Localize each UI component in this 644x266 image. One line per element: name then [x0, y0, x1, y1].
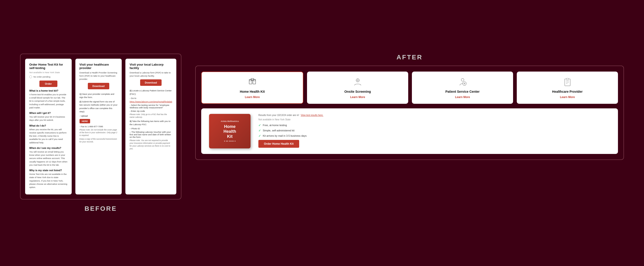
no-order-row: No order pending	[29, 75, 68, 78]
card3-step1b: - Select the testing service for "employ…	[130, 104, 172, 109]
section1-text: A home test kit enables you to provide a…	[29, 93, 68, 109]
section2-title: When will I get it?	[29, 112, 68, 114]
feature-3-text: Kit arrives by mail in 3-5 business days	[263, 134, 306, 137]
card3-step2b: – The following Labcorp Voucher with you…	[130, 131, 172, 138]
detail-info: Results from your 10/13/24 order are in!…	[258, 114, 612, 148]
before-border: Order Home Test Kit for self-testing Not…	[20, 54, 182, 200]
step1-row: 1) Have your provider complete and sign …	[80, 93, 118, 99]
check-icon-2: ✓	[258, 129, 261, 132]
note1-text: Please note: Do not include the cover pa…	[80, 129, 118, 137]
section4-title: When do I see my results?	[29, 146, 68, 149]
feature-1: ✓ Free, at-home testing	[258, 124, 612, 127]
main-container: Order Home Test Kit for self-testing Not…	[11, 44, 633, 222]
card3-step1: 2) Locate a Labcorp Patient Service Cent…	[130, 89, 172, 96]
feature-3: ✓ Kit arrives by mail in 3-5 business da…	[258, 134, 612, 137]
check-icon-3: ✓	[258, 134, 261, 137]
download-button-1[interactable]: Download	[88, 83, 109, 89]
no-order-icon	[29, 75, 32, 78]
section5-title: Why is my state not listed?	[29, 169, 68, 172]
card3-step1a: - Go to	[130, 97, 172, 99]
section4-text: You will receive an email letting you kn…	[29, 150, 68, 167]
healthcare-title: Healthcare Provider	[552, 90, 582, 94]
note2-text: Keep a copy of the successful transmissi…	[80, 138, 118, 143]
section2-text: You will receive your kit 3-5 business d…	[29, 115, 68, 122]
after-detail-panel: Arieta Wellmetrics HomeHealthKit ● ●● ●●…	[201, 108, 618, 154]
home-health-icon	[247, 77, 258, 88]
healthcare-link[interactable]: Learn More	[560, 96, 575, 99]
card3-step2-text: Take the following two items with you to…	[130, 120, 170, 126]
kit-box: Arieta Wellmetrics HomeHealthKit ● ●● ●●…	[209, 114, 250, 148]
section5-text: Home Test Kits are not available in the …	[29, 173, 68, 189]
card3-link[interactable]: https://www.labcorp.com/wps/portal/finda…	[130, 100, 172, 103]
card3-step2a: – Photo ID	[130, 127, 172, 130]
section1-title: What is a home test kit?	[29, 89, 68, 92]
patient-service-card[interactable]: Patient Service Center Learn More	[412, 72, 513, 104]
fax-text: - Fax to 1-866-877-7095	[80, 125, 118, 128]
visit-provider-card: Visit your healthcare provider Download …	[75, 59, 122, 195]
home-health-title: Home Health Kit	[240, 90, 264, 94]
feature-1-text: Free, at-home testing	[263, 124, 287, 127]
step1-text: Have your provider complete and sign the…	[80, 93, 114, 99]
visit-labcorp-card: Visit your local Labcorp facility Downlo…	[126, 59, 176, 195]
order-button[interactable]: Order	[40, 81, 58, 87]
state-note: Not available in New York State	[258, 118, 612, 121]
svg-rect-16	[566, 78, 568, 80]
upload-label: - Upload	[80, 115, 118, 117]
svg-point-8	[461, 78, 464, 81]
download-button-2[interactable]: Download	[140, 79, 162, 86]
step2-num: 2)	[80, 100, 81, 103]
svg-rect-12	[565, 79, 570, 86]
feature-2: ✓ Simple, self-administered kit	[258, 129, 612, 132]
card3-step1-text: Locate a Labcorp Patient Service Center …	[130, 89, 172, 95]
card1-title: Order Home Test Kit for self-testing	[29, 63, 68, 70]
onsite-icon	[352, 77, 363, 88]
card3-note1: Please note: Only go to a PSC that has t…	[130, 113, 172, 119]
onsite-link[interactable]: Learn More	[350, 96, 365, 99]
kit-box-title: HomeHealthKit	[223, 124, 236, 139]
home-health-link[interactable]: Learn More	[245, 96, 260, 99]
before-cards-row: Order Home Test Kit for self-testing Not…	[25, 59, 176, 195]
results-text: Results from your 10/13/24 order are in!	[258, 114, 299, 117]
section3-text: When you receive the kit, you will recei…	[29, 128, 68, 144]
feature-2-text: Simple, self-administered kit	[263, 129, 294, 132]
healthcare-provider-card[interactable]: Healthcare Provider Learn More	[517, 72, 618, 104]
card3-note2: Please note: You are not required to pro…	[130, 139, 172, 150]
kit-image-area: Arieta Wellmetrics HomeHealthKit ● ●● ●●…	[207, 114, 253, 148]
after-label: AFTER	[195, 54, 624, 61]
no-order-text: No order pending	[34, 75, 50, 78]
patient-title: Patient Service Center	[445, 90, 480, 94]
results-row: Results from your 10/13/24 order are in!…	[258, 114, 612, 117]
patient-link[interactable]: Learn More	[455, 96, 470, 99]
onsite-title: Onsite Screening	[344, 90, 371, 94]
step1-num: 1)	[80, 93, 81, 95]
card3-step1c: - Enter zip code	[130, 110, 172, 112]
patient-icon	[457, 77, 468, 88]
after-section: AFTER Home Health Kit	[195, 54, 624, 160]
after-top-cards: Home Health Kit Learn More Onsite Screen…	[201, 72, 618, 104]
step2-text: Submit the signed form via one of two se…	[80, 100, 118, 113]
healthcare-icon	[562, 77, 573, 88]
kit-box-subtitle: ● ●● ●●●● ●	[224, 140, 236, 142]
home-health-card[interactable]: Home Health Kit Learn More	[201, 72, 303, 104]
order-home-test-card: Order Home Test Kit for self-testing Not…	[25, 59, 72, 195]
card3-step1-num: 2)	[130, 89, 132, 92]
kit-box-logo: Arieta Wellmetrics	[221, 120, 239, 123]
section3-title: What do I do?	[29, 124, 68, 127]
card2-title: Visit your healthcare provider	[80, 63, 118, 70]
after-border: Home Health Kit Learn More Onsite Screen…	[195, 66, 624, 160]
card3-title: Visit your local Labcorp facility	[130, 63, 172, 70]
before-section: Order Home Test Kit for self-testing Not…	[20, 54, 182, 213]
onsite-screening-card[interactable]: Onsite Screening Learn More	[307, 72, 408, 104]
card3-step2-num: 3)	[130, 120, 132, 123]
check-icon-1: ✓	[258, 124, 261, 127]
step2-row: 2) Submit the signed form via one of two…	[80, 100, 118, 113]
card3-desc: Download a Labcorp form (PDF) to take to…	[130, 71, 172, 78]
card3-step2: 3) Take the following two items with you…	[130, 120, 172, 126]
results-link[interactable]: View test results here.	[301, 114, 324, 117]
before-label: BEFORE	[20, 205, 182, 212]
here-button[interactable]: HERE	[80, 119, 90, 123]
labcorp-link[interactable]: https://www.labcorp.com/wps/portal/finda…	[130, 100, 172, 103]
card2-desc: Download a Health Provider Screening for…	[80, 71, 118, 81]
card1-subtitle: Not available in New York State	[29, 71, 68, 74]
order-home-health-kit-button[interactable]: Order Home Health Kit	[258, 140, 299, 148]
